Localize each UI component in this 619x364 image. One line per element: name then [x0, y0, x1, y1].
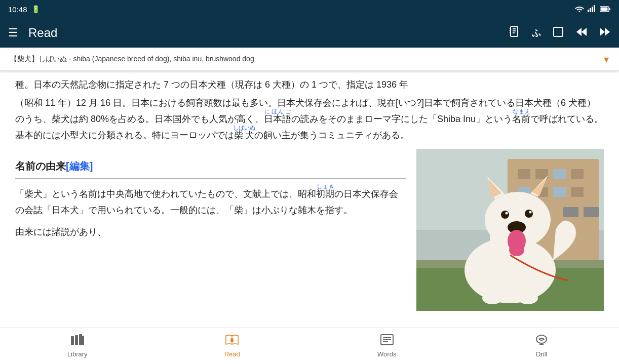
- dropdown-arrow-icon[interactable]: ▾: [604, 53, 609, 65]
- read-icon: [225, 334, 239, 348]
- words-label: Words: [377, 350, 396, 358]
- svg-point-49: [509, 244, 524, 256]
- svg-rect-31: [563, 207, 578, 217]
- svg-rect-7: [601, 7, 608, 11]
- status-signal-icon: [588, 5, 597, 14]
- svg-rect-1: [588, 10, 589, 12]
- bottom-nav: Library Read Words: [0, 328, 619, 364]
- svg-marker-18: [600, 28, 605, 36]
- menu-icon[interactable]: ☰: [8, 26, 18, 39]
- svg-rect-54: [71, 336, 74, 345]
- furigana-icon[interactable]: ふ: [532, 27, 541, 39]
- content-top-line: 種。日本の天然記念物に指定された 7 つの日本犬種（現存は 6 大種）の 1 つ…: [15, 77, 604, 93]
- svg-rect-55: [75, 335, 78, 345]
- svg-rect-57: [82, 336, 84, 345]
- svg-rect-53: [519, 273, 537, 299]
- svg-point-43: [501, 211, 509, 219]
- dropdown-bar[interactable]: 【柴犬】しばいぬ - shiba (Japanese breed of dog)…: [0, 48, 619, 71]
- content-line2: （昭和 11 年）12 月 16 日。日本における飼育頭数は最も多い。日本犬保存…: [15, 95, 604, 144]
- svg-rect-32: [584, 207, 599, 217]
- status-time: 10:48: [8, 5, 27, 14]
- nav-item-library[interactable]: Library: [0, 328, 155, 364]
- svg-point-46: [529, 211, 532, 213]
- svg-marker-17: [582, 28, 587, 36]
- fast-forward-icon[interactable]: [599, 27, 611, 39]
- section-heading: 名前の由来[編集]: [15, 157, 406, 179]
- nav-item-drill[interactable]: Drill: [465, 328, 620, 364]
- svg-point-45: [506, 212, 508, 214]
- notebook-icon[interactable]: [509, 25, 521, 41]
- svg-point-44: [525, 210, 533, 218]
- svg-rect-52: [483, 273, 501, 299]
- library-icon: [71, 334, 84, 348]
- svg-marker-16: [576, 28, 582, 36]
- content-with-image: 名前の由来[編集] 「柴犬」という名前は中央高地で使われていたもので、文献上では…: [15, 149, 604, 316]
- svg-rect-2: [590, 8, 591, 12]
- svg-point-59: [230, 338, 234, 342]
- library-label: Library: [67, 350, 88, 358]
- image-column: [416, 149, 604, 316]
- nav-item-words[interactable]: Words: [310, 328, 465, 364]
- content-para1: 「柴犬」という名前は中央高地で使われていたもので、文献上では、昭和初期しょきの日…: [15, 184, 406, 219]
- dropdown-text: 【柴犬】しばいぬ - shiba (Japanese breed of dog)…: [10, 55, 254, 64]
- svg-rect-3: [592, 7, 593, 12]
- content-para2: 由来には諸説があり、: [15, 224, 406, 240]
- nav-bar: ☰ Read ふ: [0, 18, 619, 48]
- main-content: 種。日本の天然記念物に指定された 7 つの日本犬種（現存は 6 大種）の 1 つ…: [0, 71, 619, 328]
- svg-rect-29: [553, 187, 566, 197]
- dog-image: [416, 149, 604, 311]
- fullscreen-icon[interactable]: [552, 26, 564, 40]
- svg-rect-4: [594, 5, 595, 12]
- drill-icon: [535, 334, 548, 348]
- text-column: 名前の由来[編集] 「柴犬」という名前は中央高地で使われていたもので、文献上では…: [15, 149, 406, 245]
- svg-marker-19: [605, 28, 610, 36]
- svg-rect-23: [518, 169, 530, 179]
- edit-link[interactable]: [編集]: [66, 160, 93, 172]
- svg-rect-6: [609, 8, 610, 10]
- svg-point-64: [536, 335, 547, 343]
- read-label: Read: [224, 350, 240, 358]
- status-battery-icon: 🔋: [31, 5, 40, 13]
- rewind-icon[interactable]: [575, 27, 588, 39]
- status-bar: 10:48 🔋: [0, 0, 619, 18]
- svg-rect-30: [571, 187, 584, 197]
- status-wifi-icon: [574, 5, 585, 14]
- nav-item-read[interactable]: Read: [155, 328, 310, 364]
- nav-title: Read: [28, 26, 57, 40]
- svg-rect-25: [553, 169, 566, 179]
- status-battery-level: [600, 5, 611, 14]
- drill-label: Drill: [536, 350, 547, 358]
- words-icon: [380, 334, 394, 348]
- svg-rect-56: [79, 334, 82, 345]
- svg-rect-26: [571, 169, 584, 179]
- svg-rect-15: [554, 27, 563, 36]
- svg-point-0: [579, 11, 581, 12]
